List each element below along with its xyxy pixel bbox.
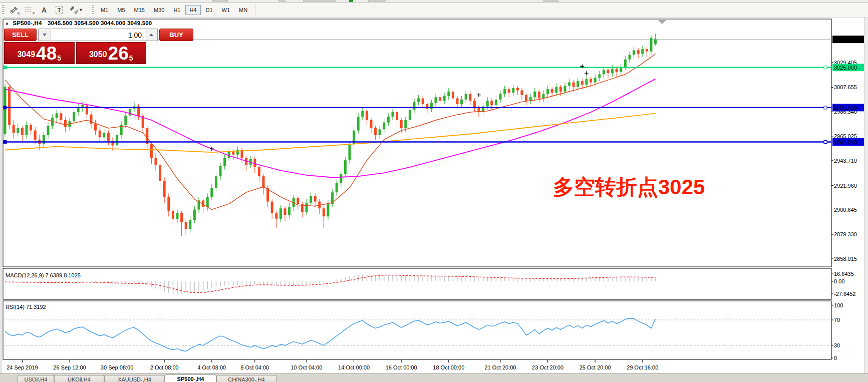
sell-quote[interactable]: 3049485 — [4, 42, 75, 64]
candle-body — [435, 97, 437, 103]
time-tick-label: 2 Oct 08:00 — [150, 364, 179, 370]
candle-body — [172, 211, 174, 219]
candle-body — [262, 176, 265, 188]
buy-quote[interactable]: 3050265 — [76, 42, 147, 64]
timeframe-H1[interactable]: H1 — [169, 5, 184, 15]
candle-body — [611, 69, 614, 73]
candle-body — [327, 204, 330, 216]
candle-body — [503, 89, 506, 94]
candle-body — [219, 166, 222, 177]
dropdown-caret-icon: ▼ — [79, 8, 83, 13]
candle-body — [34, 131, 37, 140]
candle-body — [447, 92, 450, 96]
candle-body — [210, 188, 213, 197]
triangle-down-icon — [43, 34, 47, 36]
time-tick-label: 21 Oct 20:00 — [485, 364, 516, 370]
hline-handle[interactable] — [824, 66, 827, 69]
candle-body — [180, 213, 183, 222]
candle-body — [400, 120, 403, 128]
timeframe-H4[interactable]: H4 — [185, 5, 200, 15]
candle-body — [586, 79, 588, 85]
current-price-badge-label: 3049.500 — [834, 37, 857, 43]
candle-body — [64, 120, 67, 127]
volume-increase-button[interactable] — [145, 29, 157, 41]
sell-button[interactable]: SELL — [4, 29, 37, 41]
timeframe-D1[interactable]: D1 — [202, 5, 217, 15]
hline-handle[interactable] — [824, 141, 827, 144]
candle-body — [4, 87, 7, 134]
chart-tab-xauusdh4[interactable]: XAUUSD-,H4 — [104, 375, 165, 382]
candle-body — [323, 208, 325, 216]
top-strip-fragment — [368, 0, 386, 2]
chart-title: ▲ SP500-,H4 3045.500 3054.500 3044.000 3… — [5, 20, 152, 26]
time-tick-label: 10 Oct 04:00 — [291, 364, 323, 370]
candle-body — [288, 207, 291, 215]
candle-body — [465, 94, 467, 99]
candle-body — [551, 89, 553, 93]
text-label-icon[interactable]: T — [53, 5, 66, 16]
candle-body — [598, 74, 601, 78]
candle-body — [495, 100, 497, 105]
candle-body — [306, 203, 308, 212]
chart-tab-china300h4[interactable]: CHINA300-,H4 — [216, 375, 276, 382]
equidistant-channel-icon[interactable]: E — [8, 5, 21, 16]
volume-input[interactable] — [51, 29, 145, 41]
timeframe-M15[interactable]: M15 — [130, 5, 149, 15]
chart-tab-sp500h4[interactable]: SP500-,H4 — [165, 374, 216, 382]
text-icon[interactable]: A — [38, 5, 51, 16]
hline-handle[interactable] — [4, 141, 7, 144]
hline-handle[interactable] — [824, 106, 827, 109]
candle-body — [607, 70, 610, 73]
candle-body — [60, 113, 62, 120]
candle-body — [167, 197, 170, 210]
toolbar-drag-handle[interactable] — [92, 5, 94, 15]
level-badge-label: 3025.000 — [834, 65, 857, 71]
buy-price-stem: 3050 — [89, 47, 107, 62]
candle-body — [56, 113, 58, 118]
candle-body — [529, 97, 532, 101]
timeframe-M1[interactable]: M1 — [97, 5, 112, 15]
candle-body — [512, 88, 514, 93]
candle-body — [344, 160, 347, 174]
buy-price-pips: 26 — [108, 45, 129, 62]
candle-body — [379, 129, 381, 135]
volume-decrease-button[interactable] — [39, 29, 51, 41]
price-tick-label: 2879.330 — [834, 231, 857, 237]
candle-body — [417, 99, 420, 102]
candle-body — [116, 135, 118, 146]
icon-subscript: F — [33, 11, 35, 16]
timeframe-W1[interactable]: W1 — [218, 5, 234, 15]
price-tick-label: 3007.655 — [834, 84, 857, 90]
fibonacci-grid-icon[interactable]: F — [23, 5, 36, 16]
hline-handle[interactable] — [4, 66, 7, 69]
candle-body — [499, 94, 502, 99]
toolbar-drag-handle[interactable] — [2, 5, 5, 15]
candle-body — [443, 96, 446, 101]
triangle-up-icon — [149, 34, 153, 36]
candle-body — [366, 111, 368, 120]
candle-body — [99, 131, 101, 138]
rsi-tick-label: 70 — [834, 317, 840, 323]
candle-body — [603, 70, 605, 74]
timeframe-M30[interactable]: M30 — [150, 5, 168, 15]
hline-handle[interactable] — [4, 106, 7, 109]
timeframe-M5[interactable]: M5 — [113, 5, 129, 15]
buy-button[interactable]: BUY — [159, 29, 193, 41]
rsi-tick-label: 0 — [834, 355, 837, 361]
candle-body — [357, 117, 360, 130]
candle-body — [284, 208, 286, 215]
candle-body — [490, 101, 493, 105]
timeframe-group: M1M5M15M30H1H4D1W1MN — [96, 5, 252, 15]
timeframe-MN[interactable]: MN — [235, 5, 251, 15]
chart-tab-usoilh4[interactable]: USOil,H4 — [18, 375, 54, 382]
candle-body — [396, 112, 398, 120]
volume-stepper — [38, 29, 158, 41]
symbol-label: SP500-,H4 — [13, 20, 42, 26]
collapse-icon[interactable]: ▲ — [5, 21, 9, 26]
rsi-label: RSI(14) 71.3192 — [6, 304, 46, 310]
chart-text-annotation[interactable]: 多空转折点3025 — [553, 173, 705, 201]
arrow-objects-icon[interactable]: ▼ — [68, 5, 86, 16]
chart-tab-ukoilh4[interactable]: UKOil,H4 — [54, 375, 104, 382]
candle-body — [624, 60, 627, 68]
candle-body — [26, 125, 28, 135]
